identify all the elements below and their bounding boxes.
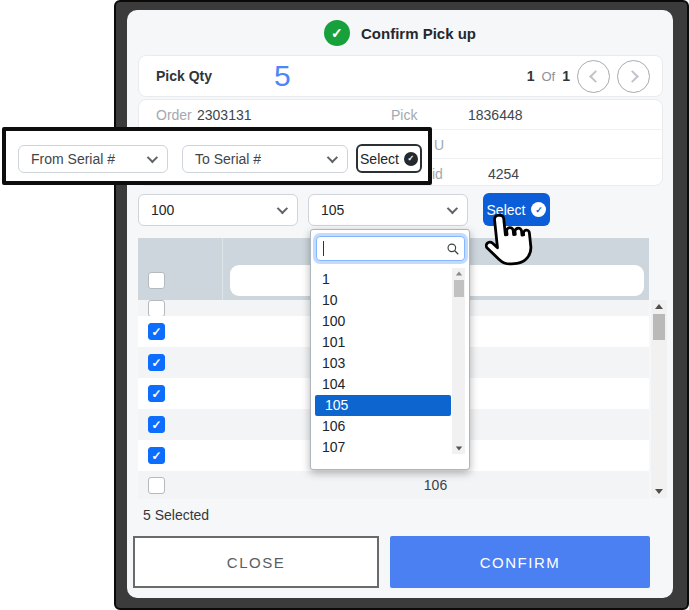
row-checkbox[interactable]	[148, 447, 165, 464]
pagination: 1 Of 1	[527, 60, 650, 93]
search-icon	[446, 242, 460, 256]
to-serial-select[interactable]: 105	[308, 194, 468, 226]
page-of-label: Of	[541, 69, 555, 84]
from-serial-placeholder-select[interactable]: From Serial #	[18, 145, 168, 173]
dropdown-item[interactable]: 1	[312, 269, 452, 290]
page-total: 1	[562, 68, 570, 84]
chevron-down-icon	[327, 152, 338, 163]
check-circle-icon: ✓	[531, 202, 546, 217]
from-serial-placeholder: From Serial #	[31, 151, 115, 167]
chevron-down-icon	[277, 203, 288, 214]
from-serial-select[interactable]: 100	[138, 194, 298, 226]
check-circle-icon: ✓	[404, 152, 418, 166]
row-checkbox[interactable]	[148, 416, 165, 433]
table-row[interactable]: 106	[138, 471, 649, 499]
pick-qty-card: Pick Qty 5 1 Of 1	[138, 55, 663, 97]
overlay-select-label: Select	[360, 151, 399, 167]
pick-qty-value: 5	[274, 61, 291, 91]
pick-qty-label: Pick Qty	[156, 68, 212, 84]
next-page-button[interactable]	[617, 60, 650, 93]
row-value: 106	[222, 477, 649, 493]
selected-count: 5 Selected	[143, 507, 209, 523]
dropdown-item[interactable]: 101	[312, 332, 452, 353]
dropdown-item[interactable]: 10	[312, 290, 452, 311]
text-caret	[323, 241, 324, 256]
select-all-checkbox[interactable]	[148, 272, 165, 289]
id-label-fragment: id	[432, 166, 443, 182]
chevron-right-icon	[626, 70, 639, 83]
row-checkbox[interactable]	[148, 477, 165, 494]
dropdown-scrollbar[interactable]	[452, 268, 465, 454]
row-checkbox[interactable]	[148, 385, 165, 402]
success-check-icon: ✓	[324, 20, 350, 46]
prev-page-button[interactable]	[577, 60, 610, 93]
modal-header: ✓ Confirm Pick up	[127, 18, 673, 48]
scroll-down-icon[interactable]	[455, 447, 461, 451]
scroll-up-icon[interactable]	[455, 272, 461, 276]
id-value: 4254	[488, 166, 519, 182]
overlay-select-button[interactable]: Select ✓	[356, 144, 422, 173]
row-checkbox[interactable]	[148, 300, 165, 317]
to-serial-placeholder-select[interactable]: To Serial #	[182, 145, 348, 173]
pick-label: Pick	[391, 107, 417, 123]
dropdown-item-selected[interactable]: 105	[315, 395, 451, 416]
scroll-down-icon[interactable]	[655, 489, 663, 494]
scrollbar-thumb[interactable]	[454, 280, 464, 297]
scroll-up-icon[interactable]	[655, 304, 663, 309]
dropdown-item[interactable]: 104	[312, 374, 452, 395]
confirm-button[interactable]: CONFIRM	[390, 536, 650, 588]
page-root: ✓ Confirm Pick up Pick Qty 5 1 Of 1 Orde…	[0, 0, 689, 610]
to-serial-value: 105	[321, 202, 344, 218]
close-button[interactable]: CLOSE	[133, 536, 379, 588]
chevron-down-icon	[447, 203, 458, 214]
page-current: 1	[527, 68, 535, 84]
dropdown-item[interactable]: 106	[312, 416, 452, 437]
row-checkbox[interactable]	[148, 323, 165, 340]
dropdown-item[interactable]: 107	[312, 437, 452, 458]
info-row-order: Order 2303131 Pick 1836448	[139, 100, 662, 129]
hand-cursor-icon	[478, 208, 536, 269]
chevron-left-icon	[589, 70, 602, 83]
column-divider	[222, 238, 223, 300]
pick-value: 1836448	[468, 107, 523, 123]
order-label: Order	[156, 107, 192, 123]
order-value: 2303131	[197, 107, 252, 123]
chevron-down-icon	[147, 152, 158, 163]
dropdown-item[interactable]: 103	[312, 353, 452, 374]
serial-dropdown-panel: 1 10 100 101 103 104 105 106 107	[310, 229, 470, 470]
sku-label-fragment: U	[434, 137, 444, 153]
serial-annotation-overlay: From Serial # To Serial # Select ✓	[2, 127, 432, 185]
scrollbar-thumb[interactable]	[653, 314, 665, 340]
to-serial-placeholder: To Serial #	[195, 151, 261, 167]
from-serial-value: 100	[151, 202, 174, 218]
dropdown-search-input[interactable]	[316, 236, 465, 261]
table-scrollbar[interactable]	[651, 300, 667, 498]
modal-title: Confirm Pick up	[361, 25, 476, 42]
dropdown-list: 1 10 100 101 103 104 105 106 107	[312, 269, 452, 458]
dropdown-item[interactable]: 100	[312, 311, 452, 332]
row-checkbox[interactable]	[148, 354, 165, 371]
